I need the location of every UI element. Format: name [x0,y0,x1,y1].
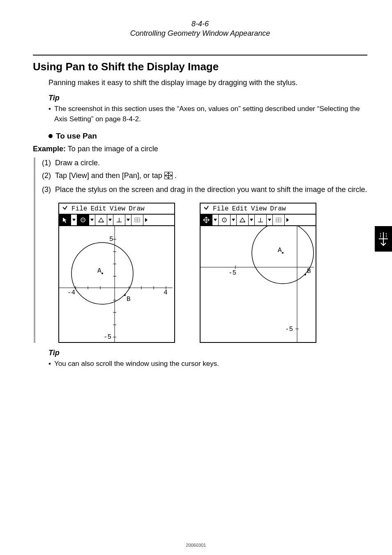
toolbar-scroll-right-icon[interactable] [143,215,149,225]
svg-point-58 [252,226,314,284]
perpendicular-tool-button[interactable] [255,215,267,225]
page-header: 8-4-6 Controlling Geometry Window Appear… [33,16,367,42]
page-number: 8-4-6 [130,20,270,29]
example-line: Example: To pan the image of a circle [33,145,367,153]
sub-heading-text: To use Pan [56,132,97,140]
section-intro: Panning makes it easy to shift the displ… [48,77,367,88]
menu-draw[interactable]: Draw [270,205,286,213]
chevron-down-icon[interactable] [267,215,273,225]
pan-icon [164,171,173,183]
svg-point-59 [282,252,284,254]
svg-marker-46 [250,219,253,221]
point-b-label: B [127,296,131,303]
step-text-after: . [175,171,177,180]
step-3: (3) Place the stylus on the screen and d… [42,184,367,195]
side-tab-icon [375,226,392,252]
step-text-before: Tap [View] and then [Pan], or tap [55,171,164,180]
svg-marker-49 [268,219,271,221]
svg-marker-10 [108,219,112,221]
svg-marker-17 [145,218,148,222]
bullet-dot-icon [48,134,53,138]
svg-marker-4 [72,219,76,221]
svg-point-36 [101,273,103,274]
menu-view[interactable]: View [251,205,267,213]
point-b-label: B [307,268,311,275]
close-icon[interactable] [62,205,68,213]
chevron-down-icon[interactable] [107,215,113,225]
axis-tick-bottom: -5 [285,326,293,333]
close-icon[interactable] [203,205,210,213]
chevron-down-icon[interactable] [231,215,237,225]
svg-marker-53 [286,218,289,222]
triangle-tool-button[interactable] [237,215,249,225]
arrow-tool-button[interactable] [59,215,71,225]
tip1-text: The screenshot in this section uses the … [48,104,367,124]
axis-tick-left: -4 [67,289,75,296]
screenshot-right: File Edit View Draw [200,203,316,343]
menubar: File Edit View Draw [201,204,316,215]
svg-marker-13 [127,219,130,221]
step-text: Draw a circle. [55,159,100,167]
sub-heading: To use Pan [48,132,367,141]
svg-point-45 [244,221,245,222]
circle-tool-button[interactable] [77,215,89,225]
step-number: (1) [42,157,51,169]
chevron-down-icon[interactable] [89,215,95,225]
chevron-down-icon[interactable] [212,215,219,225]
toolbar [201,215,316,226]
screenshot-left: File Edit View Draw [58,203,175,343]
screenshot-row: File Edit View Draw [58,203,367,343]
svg-point-42 [224,220,225,220]
geometry-canvas[interactable]: -5 -5 A B [201,226,316,342]
example-text: To pan the image of a circle [68,145,158,153]
page-header-title: Controlling Geometry Window Appearance [130,29,270,38]
svg-marker-3 [63,217,67,223]
step-number: (2) [42,170,51,181]
menu-view[interactable]: View [110,205,125,213]
toolbar [59,215,174,226]
grid-tool-button[interactable] [131,215,143,225]
svg-point-60 [304,274,306,275]
menu-edit[interactable]: Edit [232,205,247,213]
tip-label: Tip [48,349,367,357]
triangle-tool-button[interactable] [95,215,107,225]
menu-draw[interactable]: Draw [129,205,144,213]
menu-file[interactable]: File [213,205,228,213]
step-text: Place the stylus on the screen and drag … [55,185,367,194]
point-a-label: A [97,267,101,275]
svg-point-6 [83,220,84,221]
svg-point-9 [103,221,104,222]
step-block: (1) Draw a circle. (2) Tap [View] and th… [34,157,367,343]
menu-file[interactable]: File [71,205,87,213]
step-number: (3) [42,184,51,195]
grid-tool-button[interactable] [273,215,285,225]
tip2-text: You can also scroll the window using the… [48,359,367,369]
chevron-down-icon[interactable] [125,215,131,225]
section-heading: Using Pan to Shift the Display Image [33,60,367,73]
chevron-down-icon[interactable] [71,215,77,225]
menubar: File Edit View Draw [59,204,174,215]
circle-tool-button[interactable] [219,215,231,225]
step-2: (2) Tap [View] and then [Pan], or tap . [42,170,367,183]
axis-tick-top: 5 [109,236,113,243]
pan-tool-button[interactable] [201,215,212,225]
footer-code: 20060301 [0,543,392,548]
perpendicular-tool-button[interactable] [113,215,125,225]
axis-tick-center: -5 [228,269,236,277]
svg-marker-43 [232,219,235,221]
geometry-canvas[interactable]: 5 4 -4 -5 A B [59,226,174,342]
svg-marker-7 [90,219,94,221]
step-1: (1) Draw a circle. [42,157,367,169]
point-a-label: A [278,247,282,254]
menu-edit[interactable]: Edit [90,205,106,213]
axis-tick-bottom: -5 [104,333,111,341]
section-rule [33,55,367,56]
axis-tick-right: 4 [164,289,168,296]
tip-label: Tip [48,94,367,102]
svg-marker-40 [214,219,217,221]
svg-point-37 [124,294,126,296]
example-label: Example: [33,145,66,153]
toolbar-scroll-right-icon[interactable] [285,215,291,225]
chevron-down-icon[interactable] [249,215,255,225]
